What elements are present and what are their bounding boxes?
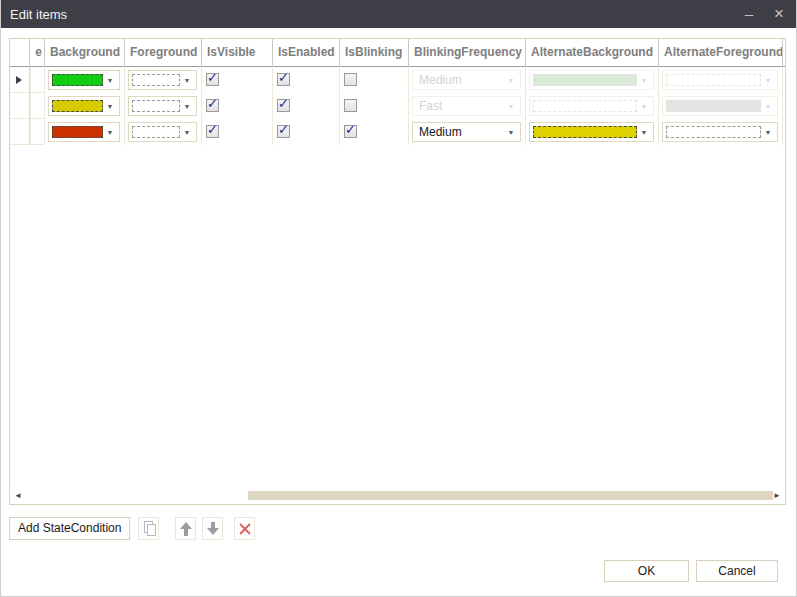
cancel-button[interactable]: Cancel <box>696 560 778 582</box>
row-selector[interactable] <box>10 67 30 93</box>
name-cell-clipped[interactable] <box>30 67 45 93</box>
blinkingfrequency-value: Medium <box>416 125 504 139</box>
alternateforeground-dropdown[interactable]: ▼ <box>662 96 778 116</box>
foreground-dropdown[interactable]: ▼ <box>128 96 197 116</box>
blinkingfrequency-value: Medium <box>416 73 504 87</box>
foreground-cell: ▼ <box>125 119 202 145</box>
column-header-isvisible[interactable]: IsVisible <box>202 39 273 67</box>
check-icon: ✓ <box>278 96 289 111</box>
alternateforeground-dropdown[interactable]: ▼ <box>662 122 778 142</box>
isvisible-checkbox[interactable]: ✓ <box>206 99 219 112</box>
alternateforeground-color-swatch <box>666 74 761 86</box>
row-selector[interactable] <box>10 93 30 119</box>
isvisible-cell: ✓ <box>202 93 273 119</box>
foreground-dropdown[interactable]: ▼ <box>128 70 197 90</box>
delete-item-button[interactable] <box>234 517 255 540</box>
name-cell-clipped[interactable] <box>30 119 45 145</box>
minimize-icon[interactable]: – <box>736 2 762 26</box>
horizontal-scrollbar[interactable]: ◄ ► <box>11 489 784 502</box>
isblinking-checkbox[interactable]: ✓ <box>344 125 357 138</box>
chevron-down-icon: ▼ <box>504 77 518 84</box>
chevron-down-icon: ▼ <box>761 129 775 136</box>
foreground-dropdown[interactable]: ▼ <box>128 122 197 142</box>
chevron-down-icon: ▼ <box>637 129 651 136</box>
alternateforeground-cell: ▼ <box>659 119 783 145</box>
scroll-right-icon[interactable]: ► <box>771 490 783 501</box>
column-header-background[interactable]: Background <box>45 39 125 67</box>
row-selector-icon <box>16 76 22 84</box>
column-header-alternateforeground[interactable]: AlternateForeground <box>659 39 783 67</box>
chevron-down-icon: ▼ <box>504 103 518 110</box>
isblinking-cell <box>340 93 409 119</box>
isblinking-checkbox[interactable] <box>344 99 357 112</box>
alternatebackground-cell: ▼ <box>526 93 659 119</box>
edit-items-dialog: Edit items – × e Background Foreground I… <box>0 0 797 597</box>
check-icon: ✓ <box>207 70 218 85</box>
collection-toolbar: Add StateCondition <box>9 517 255 540</box>
background-cell: ▼ <box>45 93 125 119</box>
row-header-column <box>10 39 30 67</box>
isenabled-checkbox[interactable]: ✓ <box>277 99 290 112</box>
chevron-down-icon: ▼ <box>504 129 518 136</box>
alternateforeground-dropdown[interactable]: ▼ <box>662 70 778 90</box>
isvisible-cell: ✓ <box>202 119 273 145</box>
name-cell-clipped[interactable] <box>30 93 45 119</box>
blinkingfrequency-cell: Fast▼ <box>409 93 526 119</box>
column-header-isenabled[interactable]: IsEnabled <box>273 39 340 67</box>
column-header-name-clipped[interactable]: e <box>30 39 45 67</box>
alternatebackground-dropdown[interactable]: ▼ <box>529 96 654 116</box>
chevron-down-icon: ▼ <box>103 103 117 110</box>
chevron-down-icon: ▼ <box>761 77 775 84</box>
blinkingfrequency-cell: Medium▼ <box>409 67 526 93</box>
isvisible-checkbox[interactable]: ✓ <box>206 73 219 86</box>
grid-row-2: ▼▼✓✓Fast▼▼▼ <box>10 93 785 119</box>
alternatebackground-dropdown[interactable]: ▼ <box>529 70 654 90</box>
blinkingfrequency-dropdown[interactable]: Fast▼ <box>412 96 521 116</box>
isvisible-cell: ✓ <box>202 67 273 93</box>
copy-item-button[interactable] <box>138 517 159 540</box>
grid-header-row: e Background Foreground IsVisible IsEnab… <box>10 39 785 67</box>
scroll-left-icon[interactable]: ◄ <box>12 490 24 501</box>
background-dropdown[interactable]: ▼ <box>48 96 120 116</box>
blinkingfrequency-dropdown[interactable]: Medium▼ <box>412 70 521 90</box>
background-dropdown[interactable]: ▼ <box>48 70 120 90</box>
window-title: Edit items <box>1 7 67 22</box>
chevron-down-icon: ▼ <box>180 103 194 110</box>
alternateforeground-cell: ▼ <box>659 93 783 119</box>
ok-button[interactable]: OK <box>604 560 689 582</box>
titlebar: Edit items – × <box>1 0 797 28</box>
background-color-swatch <box>52 126 103 138</box>
check-icon: ✓ <box>207 96 218 111</box>
add-statecondition-button[interactable]: Add StateCondition <box>9 517 130 540</box>
column-header-foreground[interactable]: Foreground <box>125 39 202 67</box>
row-selector[interactable] <box>10 119 30 145</box>
isenabled-checkbox[interactable]: ✓ <box>277 125 290 138</box>
move-up-button[interactable] <box>175 517 196 540</box>
blinkingfrequency-value: Fast <box>416 99 504 113</box>
background-dropdown[interactable]: ▼ <box>48 122 120 142</box>
isvisible-checkbox[interactable]: ✓ <box>206 125 219 138</box>
arrow-up-icon <box>180 522 192 529</box>
grid-rows: ▼▼✓✓Medium▼▼▼▼▼✓✓Fast▼▼▼▼▼✓✓✓Medium▼▼▼ <box>10 67 785 145</box>
column-header-isblinking[interactable]: IsBlinking <box>340 39 409 67</box>
column-header-alternatebackground[interactable]: AlternateBackground <box>526 39 659 67</box>
isenabled-cell: ✓ <box>273 67 340 93</box>
chevron-down-icon: ▼ <box>103 77 117 84</box>
column-header-blinkingfrequency[interactable]: BlinkingFrequency <box>409 39 526 67</box>
foreground-cell: ▼ <box>125 67 202 93</box>
blinkingfrequency-dropdown[interactable]: Medium▼ <box>412 122 521 142</box>
alternateforeground-color-swatch <box>666 100 761 112</box>
isblinking-cell <box>340 67 409 93</box>
isblinking-cell: ✓ <box>340 119 409 145</box>
chevron-down-icon: ▼ <box>761 103 775 110</box>
close-icon[interactable]: × <box>766 2 792 26</box>
check-icon: ✓ <box>345 122 356 137</box>
alternatebackground-dropdown[interactable]: ▼ <box>529 122 654 142</box>
isenabled-checkbox[interactable]: ✓ <box>277 73 290 86</box>
move-down-button[interactable] <box>202 517 223 540</box>
alternatebackground-cell: ▼ <box>526 67 659 93</box>
scrollbar-thumb[interactable] <box>248 491 773 500</box>
chevron-down-icon: ▼ <box>180 77 194 84</box>
isblinking-checkbox[interactable] <box>344 73 357 86</box>
isenabled-cell: ✓ <box>273 119 340 145</box>
